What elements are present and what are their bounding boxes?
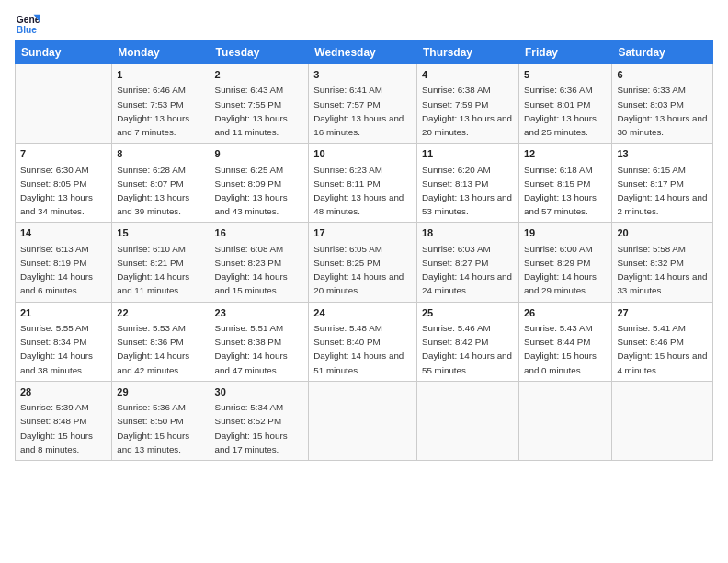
page: General Blue SundayMondayTuesdayWednesda…	[0, 0, 728, 563]
day-info: Sunrise: 6:13 AMSunset: 8:19 PMDaylight:…	[20, 244, 93, 296]
header-cell-monday: Monday	[112, 41, 210, 64]
day-number: 2	[215, 68, 304, 82]
day-cell	[16, 64, 112, 144]
day-number: 22	[117, 306, 204, 320]
day-cell: 30Sunrise: 5:34 AMSunset: 8:52 PMDayligh…	[210, 381, 309, 460]
day-cell: 4Sunrise: 6:38 AMSunset: 7:59 PMDaylight…	[416, 64, 518, 144]
day-info: Sunrise: 5:48 AMSunset: 8:40 PMDaylight:…	[313, 323, 404, 375]
day-info: Sunrise: 6:46 AMSunset: 7:53 PMDaylight:…	[117, 85, 189, 137]
day-cell: 27Sunrise: 5:41 AMSunset: 8:46 PMDayligh…	[612, 302, 713, 381]
day-cell: 7Sunrise: 6:30 AMSunset: 8:05 PMDaylight…	[16, 144, 112, 223]
day-info: Sunrise: 5:58 AMSunset: 8:32 PMDaylight:…	[617, 244, 707, 296]
day-cell	[612, 381, 713, 460]
day-number: 13	[617, 147, 708, 161]
header-cell-tuesday: Tuesday	[210, 41, 309, 64]
header-cell-friday: Friday	[519, 41, 612, 64]
day-number: 27	[617, 306, 708, 320]
day-cell: 17Sunrise: 6:05 AMSunset: 8:25 PMDayligh…	[309, 223, 417, 302]
day-cell: 14Sunrise: 6:13 AMSunset: 8:19 PMDayligh…	[16, 223, 112, 302]
day-info: Sunrise: 6:15 AMSunset: 8:17 PMDaylight:…	[617, 165, 707, 217]
day-cell: 22Sunrise: 5:53 AMSunset: 8:36 PMDayligh…	[112, 302, 210, 381]
logo-icon: General Blue	[15, 11, 40, 37]
day-cell: 9Sunrise: 6:25 AMSunset: 8:09 PMDaylight…	[210, 144, 309, 223]
day-number: 25	[422, 306, 514, 320]
day-cell: 20Sunrise: 5:58 AMSunset: 8:32 PMDayligh…	[612, 223, 713, 302]
day-cell: 2Sunrise: 6:43 AMSunset: 7:55 PMDaylight…	[210, 64, 309, 144]
day-cell: 19Sunrise: 6:00 AMSunset: 8:29 PMDayligh…	[519, 223, 612, 302]
day-cell: 16Sunrise: 6:08 AMSunset: 8:23 PMDayligh…	[210, 223, 309, 302]
day-cell: 11Sunrise: 6:20 AMSunset: 8:13 PMDayligh…	[416, 144, 518, 223]
header-cell-thursday: Thursday	[416, 41, 518, 64]
day-cell: 10Sunrise: 6:23 AMSunset: 8:11 PMDayligh…	[309, 144, 417, 223]
calendar-table: SundayMondayTuesdayWednesdayThursdayFrid…	[15, 40, 713, 461]
day-number: 21	[20, 306, 107, 320]
day-number: 17	[313, 226, 412, 240]
day-number: 16	[215, 226, 304, 240]
day-number: 18	[422, 226, 514, 240]
day-info: Sunrise: 6:25 AMSunset: 8:09 PMDaylight:…	[215, 165, 288, 217]
day-info: Sunrise: 5:36 AMSunset: 8:50 PMDaylight:…	[117, 402, 189, 454]
day-cell: 18Sunrise: 6:03 AMSunset: 8:27 PMDayligh…	[416, 223, 518, 302]
day-info: Sunrise: 5:41 AMSunset: 8:46 PMDaylight:…	[617, 323, 707, 375]
day-number: 23	[215, 306, 304, 320]
day-number: 26	[524, 306, 607, 320]
header-cell-sunday: Sunday	[16, 41, 112, 64]
week-row-4: 28Sunrise: 5:39 AMSunset: 8:48 PMDayligh…	[16, 381, 713, 460]
day-cell: 8Sunrise: 6:28 AMSunset: 8:07 PMDaylight…	[112, 144, 210, 223]
day-number: 9	[215, 147, 304, 161]
day-info: Sunrise: 5:55 AMSunset: 8:34 PMDaylight:…	[20, 323, 93, 375]
day-number: 8	[117, 147, 204, 161]
day-info: Sunrise: 5:51 AMSunset: 8:38 PMDaylight:…	[215, 323, 288, 375]
day-number: 1	[117, 68, 204, 82]
day-cell: 13Sunrise: 6:15 AMSunset: 8:17 PMDayligh…	[612, 144, 713, 223]
header: General Blue	[15, 11, 713, 37]
day-info: Sunrise: 5:39 AMSunset: 8:48 PMDaylight:…	[20, 402, 93, 454]
day-info: Sunrise: 6:00 AMSunset: 8:29 PMDaylight:…	[524, 244, 597, 296]
day-info: Sunrise: 5:43 AMSunset: 8:44 PMDaylight:…	[524, 323, 597, 375]
day-info: Sunrise: 5:53 AMSunset: 8:36 PMDaylight:…	[117, 323, 189, 375]
day-number: 24	[313, 306, 412, 320]
day-cell: 6Sunrise: 6:33 AMSunset: 8:03 PMDaylight…	[612, 64, 713, 144]
day-info: Sunrise: 6:03 AMSunset: 8:27 PMDaylight:…	[422, 244, 512, 296]
day-number: 20	[617, 226, 708, 240]
day-info: Sunrise: 6:18 AMSunset: 8:15 PMDaylight:…	[524, 165, 597, 217]
header-cell-saturday: Saturday	[612, 41, 713, 64]
day-number: 29	[117, 385, 204, 399]
day-info: Sunrise: 6:05 AMSunset: 8:25 PMDaylight:…	[313, 244, 404, 296]
day-number: 4	[422, 68, 514, 82]
day-number: 12	[524, 147, 607, 161]
week-row-0: 1Sunrise: 6:46 AMSunset: 7:53 PMDaylight…	[16, 64, 713, 144]
day-cell: 29Sunrise: 5:36 AMSunset: 8:50 PMDayligh…	[112, 381, 210, 460]
day-number: 30	[215, 385, 304, 399]
day-cell: 21Sunrise: 5:55 AMSunset: 8:34 PMDayligh…	[16, 302, 112, 381]
day-info: Sunrise: 5:34 AMSunset: 8:52 PMDaylight:…	[215, 402, 288, 454]
day-cell: 24Sunrise: 5:48 AMSunset: 8:40 PMDayligh…	[309, 302, 417, 381]
day-info: Sunrise: 6:43 AMSunset: 7:55 PMDaylight:…	[215, 85, 288, 137]
svg-text:Blue: Blue	[17, 25, 38, 35]
day-info: Sunrise: 6:28 AMSunset: 8:07 PMDaylight:…	[117, 165, 189, 217]
day-cell: 26Sunrise: 5:43 AMSunset: 8:44 PMDayligh…	[519, 302, 612, 381]
day-number: 6	[617, 68, 708, 82]
day-number: 7	[20, 147, 107, 161]
day-info: Sunrise: 6:36 AMSunset: 8:01 PMDaylight:…	[524, 85, 597, 137]
day-info: Sunrise: 6:10 AMSunset: 8:21 PMDaylight:…	[117, 244, 189, 296]
day-number: 14	[20, 226, 107, 240]
day-info: Sunrise: 6:33 AMSunset: 8:03 PMDaylight:…	[617, 85, 707, 137]
day-cell: 15Sunrise: 6:10 AMSunset: 8:21 PMDayligh…	[112, 223, 210, 302]
day-cell: 1Sunrise: 6:46 AMSunset: 7:53 PMDaylight…	[112, 64, 210, 144]
day-cell: 5Sunrise: 6:36 AMSunset: 8:01 PMDaylight…	[519, 64, 612, 144]
day-number: 15	[117, 226, 204, 240]
day-info: Sunrise: 6:20 AMSunset: 8:13 PMDaylight:…	[422, 165, 512, 217]
day-cell	[519, 381, 612, 460]
day-cell: 25Sunrise: 5:46 AMSunset: 8:42 PMDayligh…	[416, 302, 518, 381]
header-row: SundayMondayTuesdayWednesdayThursdayFrid…	[16, 41, 713, 64]
day-info: Sunrise: 5:46 AMSunset: 8:42 PMDaylight:…	[422, 323, 512, 375]
day-info: Sunrise: 6:08 AMSunset: 8:23 PMDaylight:…	[215, 244, 288, 296]
day-info: Sunrise: 6:41 AMSunset: 7:57 PMDaylight:…	[313, 85, 404, 137]
day-cell: 3Sunrise: 6:41 AMSunset: 7:57 PMDaylight…	[309, 64, 417, 144]
day-info: Sunrise: 6:38 AMSunset: 7:59 PMDaylight:…	[422, 85, 512, 137]
day-number: 5	[524, 68, 607, 82]
day-number: 11	[422, 147, 514, 161]
day-number: 28	[20, 385, 107, 399]
logo: General Blue	[15, 11, 42, 37]
